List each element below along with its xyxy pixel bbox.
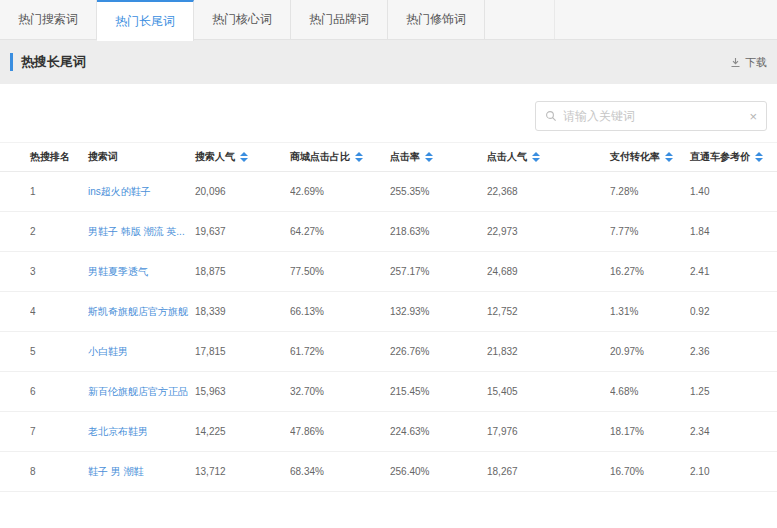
sort-icon[interactable] xyxy=(665,152,673,162)
keyword-search-box: × xyxy=(535,101,767,131)
keyword-link[interactable]: 小白鞋男 xyxy=(88,345,195,359)
click-rate-cell: 257.17% xyxy=(390,266,487,277)
pay-conversion-cell: 7.28% xyxy=(610,186,690,197)
search-popularity-cell: 20,096 xyxy=(195,186,290,197)
keyword-link[interactable]: 新百伦旗舰店官方正品 xyxy=(88,385,195,399)
table-row: 7 老北京布鞋男 14,225 47.86% 224.63% 17,976 18… xyxy=(0,412,777,452)
col-header-pay-conversion: 支付转化率 xyxy=(610,150,690,164)
col-header-label: 搜索人气 xyxy=(195,150,235,164)
click-rate-cell: 226.76% xyxy=(390,346,487,357)
rank-cell: 2 xyxy=(30,226,88,237)
click-rate-cell: 256.40% xyxy=(390,466,487,477)
rank-cell: 5 xyxy=(30,346,88,357)
search-popularity-cell: 18,339 xyxy=(195,306,290,317)
sort-icon[interactable] xyxy=(355,152,363,162)
ztc-ref-price-cell: 1.84 xyxy=(690,226,777,237)
sort-icon[interactable] xyxy=(240,152,248,162)
search-input[interactable] xyxy=(563,109,745,123)
tab-hot-modifier-words[interactable]: 热门修饰词 xyxy=(388,0,485,39)
pay-conversion-cell: 1.31% xyxy=(610,306,690,317)
sort-icon[interactable] xyxy=(532,152,540,162)
search-popularity-cell: 19,637 xyxy=(195,226,290,237)
pay-conversion-cell: 7.77% xyxy=(610,226,690,237)
mall-click-share-cell: 68.34% xyxy=(290,466,390,477)
rank-cell: 8 xyxy=(30,466,88,477)
col-header-label: 点击率 xyxy=(390,150,420,164)
keyword-link[interactable]: 男鞋子 韩版 潮流 英... xyxy=(88,225,195,239)
click-popularity-cell: 12,752 xyxy=(487,306,610,317)
mall-click-share-cell: 77.50% xyxy=(290,266,390,277)
keyword-link[interactable]: ins超火的鞋子 xyxy=(88,185,195,199)
section-header-strip: 热搜长尾词 下载 xyxy=(0,40,777,84)
click-popularity-cell: 22,368 xyxy=(487,186,610,197)
table-row: 5 小白鞋男 17,815 61.72% 226.76% 21,832 20.9… xyxy=(0,332,777,372)
keyword-link[interactable]: 斯凯奇旗舰店官方旗舰 xyxy=(88,305,195,319)
col-header-click-rate: 点击率 xyxy=(390,150,487,164)
click-rate-cell: 215.45% xyxy=(390,386,487,397)
rank-cell: 1 xyxy=(30,186,88,197)
search-popularity-cell: 17,815 xyxy=(195,346,290,357)
click-popularity-cell: 24,689 xyxy=(487,266,610,277)
col-header-label: 直通车参考价 xyxy=(690,150,750,164)
table-row: 1 ins超火的鞋子 20,096 42.69% 255.35% 22,368 … xyxy=(0,172,777,212)
click-rate-cell: 218.63% xyxy=(390,226,487,237)
search-popularity-cell: 13,712 xyxy=(195,466,290,477)
mall-click-share-cell: 61.72% xyxy=(290,346,390,357)
keyword-link[interactable]: 男鞋夏季透气 xyxy=(88,265,195,279)
col-header-label: 搜索词 xyxy=(88,150,118,164)
main-content: × 热搜排名 搜索词 搜索人气 商城点击占比 点击率 xyxy=(0,84,777,492)
ztc-ref-price-cell: 2.36 xyxy=(690,346,777,357)
col-header-ztc-ref-price: 直通车参考价 xyxy=(690,150,777,164)
search-popularity-cell: 14,225 xyxy=(195,426,290,437)
mall-click-share-cell: 47.86% xyxy=(290,426,390,437)
click-rate-cell: 255.35% xyxy=(390,186,487,197)
col-header-search-popularity: 搜索人气 xyxy=(195,150,290,164)
table-row: 2 男鞋子 韩版 潮流 英... 19,637 64.27% 218.63% 2… xyxy=(0,212,777,252)
col-header-label: 商城点击占比 xyxy=(290,150,350,164)
search-popularity-cell: 15,963 xyxy=(195,386,290,397)
download-label: 下载 xyxy=(745,55,767,70)
col-header-mall-click-share: 商城点击占比 xyxy=(290,150,390,164)
pay-conversion-cell: 18.17% xyxy=(610,426,690,437)
click-popularity-cell: 17,976 xyxy=(487,426,610,437)
click-rate-cell: 224.63% xyxy=(390,426,487,437)
search-row: × xyxy=(0,84,777,131)
keyword-link[interactable]: 老北京布鞋男 xyxy=(88,425,195,439)
col-header-label: 点击人气 xyxy=(487,150,527,164)
download-icon xyxy=(730,57,741,68)
mall-click-share-cell: 64.27% xyxy=(290,226,390,237)
click-popularity-cell: 21,832 xyxy=(487,346,610,357)
rank-cell: 6 xyxy=(30,386,88,397)
ztc-ref-price-cell: 0.92 xyxy=(690,306,777,317)
mall-click-share-cell: 66.13% xyxy=(290,306,390,317)
table-row: 6 新百伦旗舰店官方正品 15,963 32.70% 215.45% 15,40… xyxy=(0,372,777,412)
pay-conversion-cell: 20.97% xyxy=(610,346,690,357)
col-header-click-popularity: 点击人气 xyxy=(487,150,610,164)
table-row: 8 鞋子 男 潮鞋 13,712 68.34% 256.40% 18,267 1… xyxy=(0,452,777,492)
table-header-row: 热搜排名 搜索词 搜索人气 商城点击占比 点击率 点击人气 支付 xyxy=(0,142,777,172)
pay-conversion-cell: 16.70% xyxy=(610,466,690,477)
tab-bar-filler xyxy=(485,0,555,39)
rank-cell: 3 xyxy=(30,266,88,277)
top-tab-bar: 热门搜索词 热门长尾词 热门核心词 热门品牌词 热门修饰词 xyxy=(0,0,777,40)
ztc-ref-price-cell: 1.40 xyxy=(690,186,777,197)
sort-icon[interactable] xyxy=(425,152,433,162)
keyword-link[interactable]: 鞋子 男 潮鞋 xyxy=(88,465,195,479)
col-header-label: 热搜排名 xyxy=(30,150,70,164)
rank-cell: 7 xyxy=(30,426,88,437)
download-button[interactable]: 下载 xyxy=(730,55,767,70)
ztc-ref-price-cell: 2.10 xyxy=(690,466,777,477)
tab-hot-core-words[interactable]: 热门核心词 xyxy=(194,0,291,39)
table-row: 3 男鞋夏季透气 18,875 77.50% 257.17% 24,689 16… xyxy=(0,252,777,292)
sort-icon[interactable] xyxy=(755,152,763,162)
click-popularity-cell: 18,267 xyxy=(487,466,610,477)
ztc-ref-price-cell: 2.41 xyxy=(690,266,777,277)
tab-hot-brand-words[interactable]: 热门品牌词 xyxy=(291,0,388,39)
ztc-ref-price-cell: 1.25 xyxy=(690,386,777,397)
tab-hot-longtail-words[interactable]: 热门长尾词 xyxy=(97,0,194,41)
clear-search-icon[interactable]: × xyxy=(745,110,757,123)
col-header-label: 支付转化率 xyxy=(610,150,660,164)
tab-hot-search-words[interactable]: 热门搜索词 xyxy=(0,0,97,39)
table-row: 4 斯凯奇旗舰店官方旗舰 18,339 66.13% 132.93% 12,75… xyxy=(0,292,777,332)
search-popularity-cell: 18,875 xyxy=(195,266,290,277)
